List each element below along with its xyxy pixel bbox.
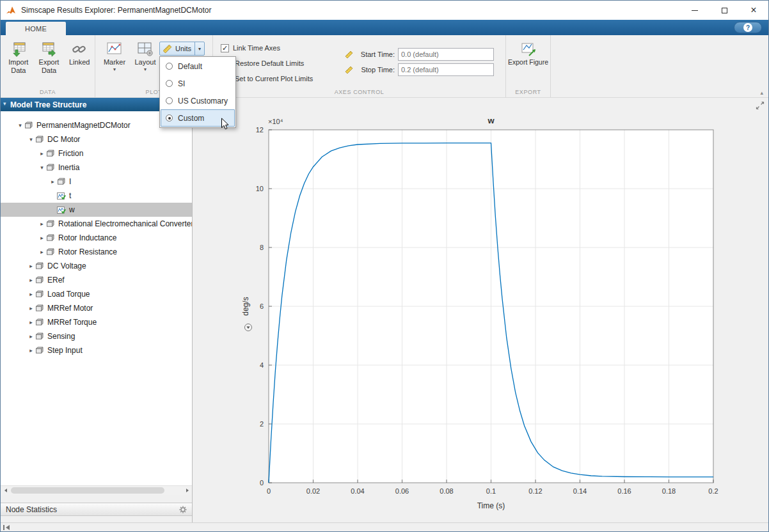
collapsed-arrow-icon[interactable]: ▸: [27, 291, 35, 297]
help-button[interactable]: ?: [734, 22, 762, 33]
expanded-arrow-icon[interactable]: ▾: [38, 164, 46, 171]
tree-horizontal-scrollbar[interactable]: [1, 485, 192, 495]
units-button[interactable]: Units ▾: [159, 42, 205, 56]
tree-item-label: w: [68, 205, 75, 214]
tree-item-sensing[interactable]: ▸Sensing: [1, 329, 192, 343]
close-icon: ×: [750, 5, 756, 15]
block-icon: [35, 290, 46, 298]
units-dropdown-arrow-icon[interactable]: ▾: [194, 42, 204, 55]
scroll-left-button[interactable]: [1, 486, 10, 495]
x-tick-label: 0.2: [708, 487, 718, 495]
x-tick-label: 0.12: [528, 487, 542, 495]
node-statistics-bar[interactable]: Node Statistics: [1, 503, 192, 516]
tree-item-label: I: [68, 177, 71, 186]
collapsed-arrow-icon[interactable]: ▸: [38, 221, 46, 227]
tree-item-label: Step Input: [46, 346, 83, 355]
scrollbar-thumb[interactable]: [11, 487, 164, 494]
tree-item-label: DC Motor: [46, 135, 80, 144]
start-time-label: Start Time:: [356, 51, 395, 58]
tree-item-mrref-motor[interactable]: ▸MRRef Motor: [1, 301, 192, 315]
radio-icon[interactable]: [166, 97, 173, 104]
block-icon: [35, 276, 46, 284]
status-bar: [1, 522, 768, 531]
y-tick-label: 6: [260, 302, 264, 310]
block-icon: [46, 164, 57, 171]
tree-item-mrref-torque[interactable]: ▸MRRef Torque: [1, 315, 192, 329]
tab-home[interactable]: HOME: [6, 22, 66, 35]
tree-item-label: Rotational Electromechanical Converter: [57, 219, 192, 228]
tree-item-inertia[interactable]: ▾Inertia: [1, 160, 192, 175]
export-figure-icon: [520, 42, 537, 57]
tree-item-load-torque[interactable]: ▸Load Torque: [1, 287, 192, 301]
tree-item-friction[interactable]: ▸Friction: [1, 146, 192, 160]
tree-item-i[interactable]: ▸I: [1, 175, 192, 189]
expanded-arrow-icon[interactable]: ▾: [16, 122, 24, 129]
close-button[interactable]: ×: [739, 1, 768, 20]
collapsed-arrow-icon[interactable]: ▸: [27, 347, 35, 354]
tree-item-label: ERef: [46, 276, 65, 285]
collapsed-arrow-icon[interactable]: ▸: [27, 277, 35, 283]
tree-item-dc-motor[interactable]: ▾DC Motor: [1, 132, 192, 146]
link-time-axes-row[interactable]: ✓ Link Time Axes: [221, 40, 313, 56]
tree-item-rotor-resistance[interactable]: ▸Rotor Resistance: [1, 245, 192, 259]
collapsed-arrow-icon[interactable]: ▸: [38, 235, 46, 241]
units-menu-item-si[interactable]: SI: [161, 75, 235, 92]
collapsed-arrow-icon[interactable]: ▸: [49, 178, 57, 185]
units-menu-item-default[interactable]: Default: [161, 58, 235, 75]
tree-item-dc-voltage[interactable]: ▸DC Voltage: [1, 259, 192, 273]
link-time-axes-label: Link Time Axes: [233, 44, 280, 52]
collapsed-arrow-icon[interactable]: ▸: [27, 305, 35, 311]
start-time-input[interactable]: [398, 48, 494, 61]
scrollbar-track[interactable]: [10, 486, 182, 495]
x-tick-label: 0.06: [395, 487, 409, 495]
radio-selected-icon[interactable]: [166, 114, 173, 121]
tree-item-step-input[interactable]: ▸Step Input: [1, 343, 192, 357]
window-title: Simscape Results Explorer: PermanentMagn…: [21, 6, 211, 15]
ruler-icon: [163, 44, 172, 54]
marker-label: Marker: [104, 58, 125, 66]
tree-item-label: MRRef Torque: [46, 318, 97, 327]
layout-label: Layout: [134, 58, 155, 66]
plot-panel: 00.020.040.060.080.10.120.140.160.180.20…: [193, 98, 768, 522]
scroll-right-button[interactable]: [182, 486, 192, 495]
tree-item-eref[interactable]: ▸ERef: [1, 273, 192, 287]
tree-item-t[interactable]: t: [1, 189, 192, 203]
axes-control-section: ✓ Link Time Axes Restore Default Limits: [213, 35, 506, 97]
marker-dropdown-arrow-icon: ▾: [113, 68, 116, 72]
collapsed-arrow-icon[interactable]: ▸: [27, 263, 35, 269]
import-data-icon: [10, 42, 27, 57]
collapsed-arrow-icon[interactable]: ▸: [38, 249, 46, 255]
gear-icon[interactable]: [179, 506, 187, 513]
expand-plot-icon[interactable]: [756, 101, 765, 112]
units-menu-item-us-customary[interactable]: US Customary: [161, 92, 235, 109]
start-time-ruler-icon: [345, 51, 353, 59]
x-tick-label: 0.04: [351, 487, 364, 495]
radio-icon[interactable]: [166, 80, 173, 87]
collapsed-arrow-icon[interactable]: ▸: [38, 150, 46, 157]
layout-icon: [137, 42, 154, 57]
minimize-button[interactable]: [680, 1, 710, 20]
x-tick-label: 0.14: [573, 487, 587, 495]
signal-plot: 00.020.040.060.080.10.120.140.160.180.20…: [193, 98, 768, 524]
link-time-axes-checkbox[interactable]: ✓: [221, 44, 229, 52]
tree-item-w[interactable]: w: [1, 203, 192, 217]
block-icon: [24, 121, 35, 129]
stop-time-input[interactable]: [398, 63, 494, 76]
tree-item-rotor-inductance[interactable]: ▸Rotor Inductance: [1, 231, 192, 245]
expanded-arrow-icon[interactable]: ▾: [27, 136, 35, 143]
units-menu-item-label: Custom: [178, 114, 204, 123]
tree-item-label: Rotor Resistance: [57, 247, 117, 256]
y-tick-label: 8: [260, 244, 264, 251]
y-tick-label: 10: [256, 185, 264, 192]
maximize-button[interactable]: [710, 1, 739, 20]
matlab-logo-icon: [6, 6, 16, 15]
collapse-panel-icon[interactable]: [3, 524, 12, 531]
collapse-ribbon-icon[interactable]: ▴: [760, 90, 763, 96]
collapsed-arrow-icon[interactable]: ▸: [27, 333, 35, 340]
radio-icon[interactable]: [166, 63, 173, 70]
collapsed-arrow-icon[interactable]: ▸: [27, 319, 35, 325]
block-icon: [46, 234, 57, 242]
block-icon: [46, 220, 57, 228]
tree-item-label: Load Torque: [46, 290, 90, 299]
tree-item-rotational-electromechanical-converter[interactable]: ▸Rotational Electromechanical Converter: [1, 217, 192, 231]
